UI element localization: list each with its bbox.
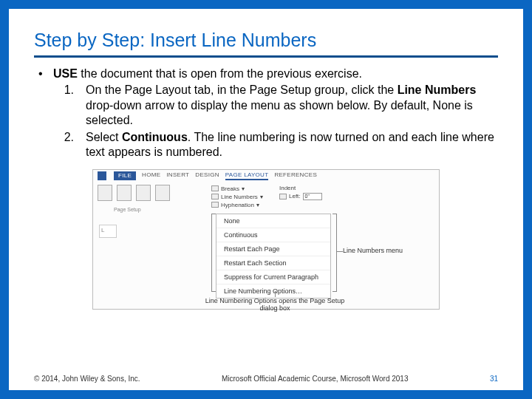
tab-file[interactable]: FILE — [114, 171, 136, 180]
footer: © 2014, John Wiley & Sons, Inc. Microsof… — [34, 375, 498, 383]
callout-line-right — [337, 251, 343, 252]
callout-bottom: Line Numbering Options opens the Page Se… — [201, 297, 349, 312]
margins-button[interactable] — [98, 185, 112, 201]
step-2-bold: Continuous — [122, 131, 188, 143]
group-label-page-setup: Page Setup — [114, 207, 141, 212]
breaks-button[interactable]: Breaks ▾ — [211, 185, 263, 193]
intro-bullet: • USE the document that is open from the… — [34, 66, 498, 160]
indent-left-row: Left: 0" — [279, 193, 322, 200]
indent-header: Indent — [279, 185, 322, 191]
page-title: Step by Step: Insert Line Numbers — [34, 30, 498, 55]
intro-rest: the document that is open from the previ… — [78, 67, 362, 80]
document-ruler-l: L — [99, 225, 117, 238]
ribbon-screenshot: FILE HOME INSERT DESIGN PAGE LAYOUT REFE… — [92, 169, 440, 310]
step-1-bold: Line Numbers — [398, 83, 477, 96]
indent-left-input[interactable]: 0" — [303, 193, 322, 200]
bullet-glyph: • — [34, 66, 53, 160]
step-2: 2. Select Continuous. The line numbering… — [53, 130, 498, 160]
callout-right: Line Numbers menu — [343, 247, 403, 254]
columns-button[interactable] — [155, 185, 170, 201]
word-icon — [98, 171, 106, 180]
tab-home[interactable]: HOME — [142, 171, 160, 180]
line-numbers-button[interactable]: Line Numbers ▾ — [211, 193, 263, 201]
page-number: 31 — [490, 375, 498, 383]
tab-insert[interactable]: INSERT — [166, 171, 189, 180]
intro-bold: USE — [53, 67, 78, 80]
step-1-num: 1. — [53, 83, 86, 128]
body-text: • USE the document that is open from the… — [34, 66, 498, 160]
hyphenation-button[interactable]: Hyphenation ▾ — [211, 201, 263, 209]
step-2-num: 2. — [53, 130, 86, 160]
bracket-right — [332, 214, 337, 292]
menu-item-restart-page[interactable]: Restart Each Page — [216, 242, 330, 256]
group-page-setup — [98, 185, 170, 201]
arrow-up-icon — [275, 291, 276, 297]
footer-copyright: © 2014, John Wiley & Sons, Inc. — [34, 375, 140, 383]
menu-item-suppress[interactable]: Suppress for Current Paragraph — [216, 270, 330, 284]
tab-references[interactable]: REFERENCES — [274, 171, 317, 180]
line-numbers-menu: None Continuous Restart Each Page Restar… — [216, 214, 331, 299]
indent-left-label: Left: — [289, 193, 301, 200]
menu-item-continuous[interactable]: Continuous — [216, 228, 330, 242]
indent-left-icon — [279, 194, 287, 200]
footer-center: Microsoft Official Academic Course, Micr… — [140, 375, 490, 383]
slide: Step by Step: Insert Line Numbers • USE … — [9, 9, 523, 390]
step-1: 1. On the Page Layout tab, in the Page S… — [53, 83, 498, 128]
orientation-button[interactable] — [117, 185, 132, 201]
menu-item-none[interactable]: None — [216, 214, 330, 228]
size-button[interactable] — [136, 185, 151, 201]
tab-page-layout[interactable]: PAGE LAYOUT — [225, 171, 269, 180]
tab-design[interactable]: DESIGN — [195, 171, 219, 180]
title-rule — [34, 55, 498, 58]
menu-item-restart-section[interactable]: Restart Each Section — [216, 256, 330, 270]
